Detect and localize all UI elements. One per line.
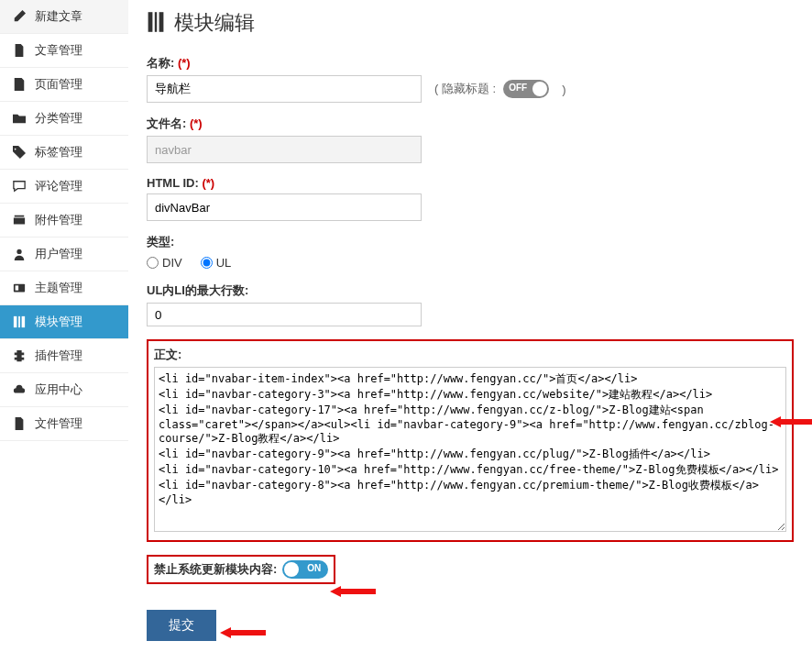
plugin-icon	[11, 349, 27, 362]
folder-icon	[11, 112, 27, 125]
sidebar-item-label: 页面管理	[35, 76, 82, 93]
sidebar-item-label: 新建文章	[35, 8, 82, 25]
sidebar-item-pages[interactable]: 页面管理	[0, 68, 128, 102]
field-lock: 禁止系统更新模块内容: ON	[147, 555, 335, 584]
svg-rect-3	[14, 316, 17, 327]
lock-label: 禁止系统更新模块内容:	[154, 561, 277, 578]
name-label: 名称: (*)	[147, 55, 794, 72]
module-header-icon	[147, 11, 165, 36]
page-header: 模块编辑	[147, 9, 794, 37]
radio-ul[interactable]: UL	[201, 256, 232, 270]
sidebar-item-files[interactable]: 文件管理	[0, 407, 128, 441]
sidebar-item-plugins[interactable]: 插件管理	[0, 339, 128, 373]
content-textarea[interactable]	[154, 367, 786, 532]
annotation-arrow-icon	[770, 413, 812, 431]
sidebar-item-attachments[interactable]: 附件管理	[0, 204, 128, 238]
tag-icon	[11, 146, 27, 159]
svg-point-0	[16, 249, 21, 254]
annotation-arrow-icon	[220, 624, 266, 642]
sidebar-item-categories[interactable]: 分类管理	[0, 102, 128, 136]
module-icon	[11, 315, 27, 328]
sidebar-item-label: 用户管理	[35, 246, 82, 262]
sidebar: 新建文章 文章管理 页面管理 分类管理 标签管理 评论管理 附件管理 用户管理	[0, 0, 128, 652]
required-mark: (*)	[190, 116, 203, 130]
radio-div[interactable]: DIV	[147, 256, 182, 270]
main-content: 模块编辑 名称: (*) ( 隐藏标题 : OFF ) 文件名: (*)	[128, 0, 812, 652]
page-icon	[11, 78, 27, 91]
hide-title-toggle[interactable]: OFF	[503, 80, 549, 98]
htmlid-input[interactable]	[147, 193, 422, 221]
document-icon	[11, 44, 27, 57]
field-htmlid: HTML ID: (*)	[147, 176, 794, 221]
page-title: 模块编辑	[174, 9, 255, 37]
svg-rect-6	[148, 12, 153, 32]
maxrows-input[interactable]	[147, 303, 422, 326]
radio-ul-input[interactable]	[201, 257, 213, 269]
maxrows-label: UL内LI的最大行数:	[147, 282, 794, 299]
sidebar-item-label: 标签管理	[35, 144, 82, 160]
svg-marker-9	[770, 416, 812, 427]
sidebar-item-themes[interactable]: 主题管理	[0, 271, 128, 305]
sidebar-item-app-center[interactable]: 应用中心	[0, 373, 128, 407]
svg-rect-5	[22, 316, 26, 327]
htmlid-label: HTML ID: (*)	[147, 176, 794, 190]
sidebar-item-label: 评论管理	[35, 178, 82, 194]
hide-title-label: ( 隐藏标题 :	[434, 81, 496, 97]
lock-toggle[interactable]: ON	[282, 560, 328, 579]
sidebar-item-label: 插件管理	[35, 348, 82, 364]
svg-rect-2	[16, 285, 19, 290]
sidebar-item-label: 附件管理	[35, 212, 82, 228]
annotation-arrow-icon	[330, 582, 376, 601]
sidebar-item-label: 模块管理	[35, 314, 82, 330]
theme-icon	[11, 282, 27, 294]
svg-rect-4	[18, 316, 20, 327]
sidebar-item-label: 文件管理	[35, 415, 82, 432]
sidebar-item-label: 应用中心	[35, 381, 82, 398]
field-filename: 文件名: (*)	[147, 116, 794, 163]
svg-rect-8	[159, 12, 164, 32]
sidebar-item-comments[interactable]: 评论管理	[0, 170, 128, 204]
sidebar-item-label: 分类管理	[35, 110, 82, 127]
close-paren: )	[562, 83, 565, 96]
comment-icon	[11, 180, 27, 193]
file-icon	[11, 417, 27, 430]
filename-input	[147, 136, 422, 163]
pencil-icon	[11, 10, 27, 23]
sidebar-item-modules[interactable]: 模块管理	[0, 305, 128, 339]
sidebar-item-posts[interactable]: 文章管理	[0, 34, 128, 68]
content-label: 正文:	[154, 347, 786, 363]
submit-button[interactable]: 提交	[147, 610, 216, 641]
sidebar-item-label: 主题管理	[35, 280, 82, 296]
required-mark: (*)	[202, 176, 214, 190]
sidebar-item-tags[interactable]: 标签管理	[0, 136, 128, 170]
sidebar-item-new-post[interactable]: 新建文章	[0, 0, 128, 34]
cloud-icon	[11, 383, 27, 396]
svg-marker-11	[220, 627, 266, 638]
sidebar-item-label: 文章管理	[35, 42, 82, 59]
field-maxrows: UL内LI的最大行数:	[147, 282, 794, 326]
radio-div-input[interactable]	[147, 257, 159, 269]
field-type: 类型: DIV UL	[147, 234, 794, 270]
type-label: 类型:	[147, 234, 794, 250]
attachment-icon	[11, 214, 27, 227]
user-icon	[11, 248, 27, 260]
name-input[interactable]	[147, 75, 422, 103]
filename-label: 文件名: (*)	[147, 116, 794, 132]
field-content: 正文:	[147, 339, 794, 542]
required-mark: (*)	[178, 56, 191, 70]
svg-marker-10	[330, 586, 376, 597]
sidebar-item-users[interactable]: 用户管理	[0, 238, 128, 271]
field-name: 名称: (*) ( 隐藏标题 : OFF )	[147, 55, 794, 103]
svg-rect-7	[155, 12, 157, 32]
